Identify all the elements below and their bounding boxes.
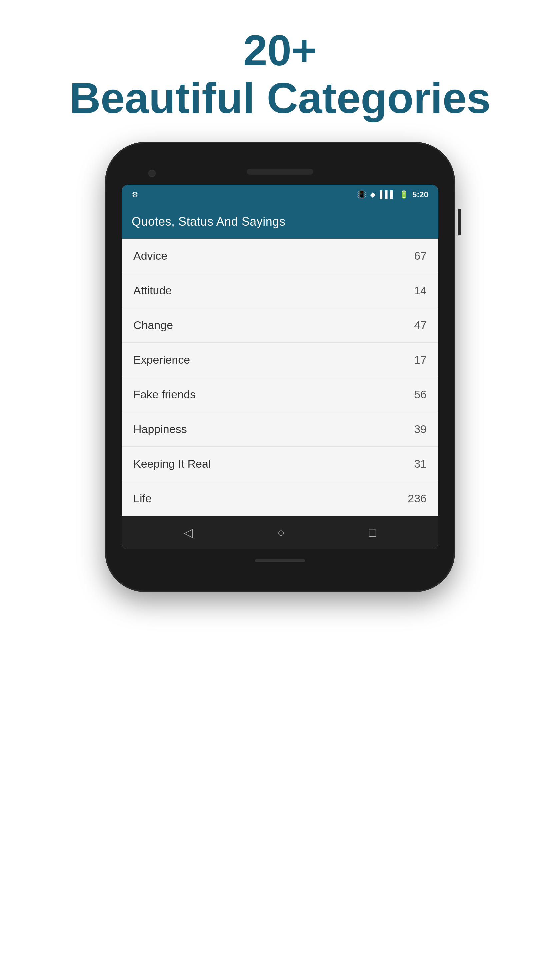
back-button[interactable]: ◁ xyxy=(184,526,193,540)
category-name: Advice xyxy=(133,249,167,262)
phone-camera xyxy=(148,170,156,177)
app-header: Quotes, Status And Sayings xyxy=(122,205,438,238)
vibrate-icon: 📳 xyxy=(357,190,366,199)
category-name: Happiness xyxy=(133,423,187,436)
category-name: Fake friends xyxy=(133,388,196,401)
android-icon: ⚙ xyxy=(132,190,138,199)
phone-frame: ⚙ 📳 ◆ ▌▌▌ 🔋 5:20 Quotes, Status And Sayi… xyxy=(105,142,455,592)
title-line1: 20+ xyxy=(243,26,317,75)
list-item[interactable]: Life236 xyxy=(122,482,438,516)
page-title: 20+ Beautiful Categories xyxy=(13,27,547,122)
category-count: 236 xyxy=(408,492,427,505)
phone-screen: ⚙ 📳 ◆ ▌▌▌ 🔋 5:20 Quotes, Status And Sayi… xyxy=(122,185,438,549)
recent-button[interactable]: □ xyxy=(369,526,376,540)
category-count: 56 xyxy=(414,388,427,401)
phone-outer: ⚙ 📳 ◆ ▌▌▌ 🔋 5:20 Quotes, Status And Sayi… xyxy=(105,142,455,592)
phone-top-bar xyxy=(122,162,438,185)
status-bar: ⚙ 📳 ◆ ▌▌▌ 🔋 5:20 xyxy=(122,185,438,205)
navigation-bar: ◁ ○ □ xyxy=(122,516,438,549)
category-name: Attitude xyxy=(133,284,172,297)
category-name: Experience xyxy=(133,354,190,366)
category-count: 67 xyxy=(414,249,427,262)
status-left-icons: ⚙ xyxy=(132,190,138,199)
list-item[interactable]: Advice67 xyxy=(122,238,438,274)
category-count: 31 xyxy=(414,457,427,470)
list-item[interactable]: Fake friends56 xyxy=(122,377,438,412)
phone-side-button[interactable] xyxy=(458,209,461,235)
signal-icon: ▌▌▌ xyxy=(380,190,395,199)
list-item[interactable]: Happiness39 xyxy=(122,412,438,446)
category-name: Life xyxy=(133,492,152,505)
title-line2: Beautiful Categories xyxy=(69,74,491,122)
category-count: 39 xyxy=(414,423,427,436)
battery-icon: 🔋 xyxy=(399,190,408,199)
list-item[interactable]: Change47 xyxy=(122,308,438,343)
category-count: 17 xyxy=(414,354,427,366)
home-indicator xyxy=(255,559,305,562)
category-count: 14 xyxy=(414,284,427,297)
category-list: Advice67Attitude14Change47Experience17Fa… xyxy=(122,238,438,516)
list-item[interactable]: Attitude14 xyxy=(122,274,438,308)
status-right-icons: 📳 ◆ ▌▌▌ 🔋 5:20 xyxy=(357,190,428,199)
status-time: 5:20 xyxy=(412,190,428,199)
category-name: Keeping It Real xyxy=(133,457,211,470)
home-button[interactable]: ○ xyxy=(277,526,285,540)
category-name: Change xyxy=(133,318,173,332)
list-item[interactable]: Keeping It Real31 xyxy=(122,446,438,482)
page-header: 20+ Beautiful Categories xyxy=(0,0,560,142)
list-item[interactable]: Experience17 xyxy=(122,343,438,377)
category-count: 47 xyxy=(414,318,427,332)
wifi-icon: ◆ xyxy=(370,190,376,199)
phone-speaker xyxy=(247,169,313,174)
app-header-title: Quotes, Status And Sayings xyxy=(132,215,285,229)
phone-bottom-bar xyxy=(122,549,438,565)
